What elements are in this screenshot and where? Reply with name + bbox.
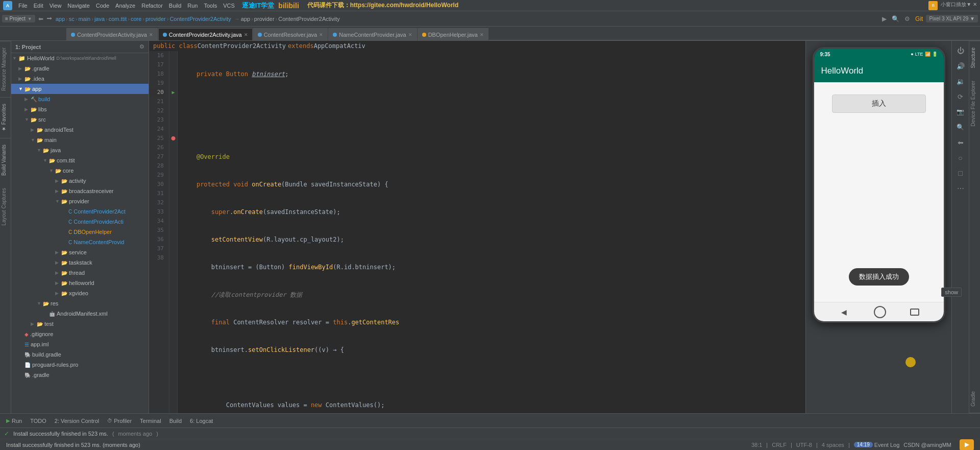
tree-item-src[interactable]: ▼ 📂 src [11,114,149,125]
toolbar-icon[interactable]: Git [913,14,925,23]
tree-item-gradle-root[interactable]: 🐘 .gradle [11,370,149,380]
menu-analyze[interactable]: Analyze [112,3,138,9]
volume-up-icon[interactable]: 🔊 [954,59,967,73]
tree-item-buildgradle[interactable]: 🐘 build.gradle [11,349,149,360]
profiler-button[interactable]: ⏱ Profiler [105,417,134,425]
tree-item[interactable]: ▶ 🔨 build [11,94,149,104]
build-button[interactable]: Build [167,417,184,425]
menu-run[interactable]: Run [184,3,201,9]
power-icon[interactable]: ⏻ [954,44,967,57]
project-selector[interactable]: ≡ Project ▼ [2,15,35,22]
tree-item-contentprovider2act[interactable]: C ContentProvider2Act [11,206,149,217]
screenshot-icon[interactable]: 📷 [954,105,967,119]
phone-back-btn[interactable]: ◀ [838,306,850,318]
recents-icon[interactable]: □ [954,167,967,180]
code-lines: private Button btninsert; @Override prot… [178,51,805,413]
home-icon[interactable]: ○ [954,151,967,164]
phone-status-icons: ● LTE 📶 🔋 [911,52,937,57]
more-icon[interactable]: ⋯ [954,182,967,195]
tree-item-helloworld[interactable]: ▶ 📂 helloworld [11,278,149,288]
tree-item-taskstack[interactable]: ▶ 📂 taskstack [11,257,149,268]
gradle-tab[interactable]: Gradle [969,385,980,413]
menu-build[interactable]: Build [166,3,184,9]
toolbar-row: ≡ Project ▼ ⬅ ⮕ app › sc › main › java ›… [0,11,980,27]
tree-item-core[interactable]: ▼ 📂 core [11,165,149,176]
tree-item-broadcast[interactable]: ▶ 📂 broadcastreceiver [11,186,149,196]
tree-item-appiml[interactable]: ☰ app.iml [11,339,149,349]
tab-contentprovider2-activity[interactable]: ContentProvider2Activity.java ✕ [158,28,253,40]
resource-manager-tab[interactable]: Resource Manager [0,41,11,97]
tree-item-main[interactable]: ▼ 📂 main [11,135,149,145]
menu-tools[interactable]: Tools [201,3,220,9]
tree-item-namecontentprovid[interactable]: C NameContentProvid [11,237,149,247]
tree-item[interactable]: ▶ 📂 .idea [11,74,149,84]
tree-item-service[interactable]: ▶ 📂 service [11,247,149,257]
right-tool-icons: ⏻ 🔊 🔉 ⟳ 📷 🔍 ⬅ ○ □ ⋯ show [951,41,969,413]
phone-recents-btn[interactable] [910,309,919,316]
tree-item-xgvideo[interactable]: ▶ 📂 xgvideo [11,288,149,298]
phone-app-bar: HelloWorld [814,60,944,82]
bilibili-video-icon[interactable]: ▶ [960,439,974,451]
tree-item[interactable]: ▶ 📂 androidTest [11,125,149,135]
toolbar-icon[interactable]: ⚙ [902,14,912,23]
run-button[interactable]: ▶ Run [4,417,24,425]
tree-item-dbopenhelper[interactable]: C DBOpenHelper [11,227,149,237]
phone-body: 插入 数据插入成功 [814,82,944,302]
event-log-button[interactable]: 14:19 Event Log [854,442,900,448]
menu-edit[interactable]: Edit [31,3,46,9]
terminal-button[interactable]: Terminal [138,417,163,425]
mouse-cursor [905,357,916,367]
menu-code[interactable]: Code [93,3,112,9]
show-panel-button[interactable]: show [941,288,962,297]
tab-namecontentprovider[interactable]: NameContentProvider.java ✕ [328,28,416,40]
favorites-tab[interactable]: ★ Favorites [0,97,11,138]
tree-item-app[interactable]: ▼ 📂 app [11,84,149,94]
nav-icon[interactable]: ⬅ [37,14,44,23]
tab-contentprovider-activity[interactable]: ContentProviderActivity.java ✕ [66,28,158,40]
tree-item-proguard[interactable]: 📄 proguard-rules.pro [11,360,149,370]
tree-item-gitignore[interactable]: ◆ .gitignore [11,329,149,339]
menu-view[interactable]: View [46,3,65,9]
tree-item-java[interactable]: ▼ 📂 java [11,145,149,155]
volume-down-icon[interactable]: 🔉 [954,75,967,88]
tree-item-provider[interactable]: ▼ 📂 provider [11,196,149,206]
tree-item-androidmanifest[interactable]: 🤖 AndroidManifest.xml [11,309,149,319]
version-control-button[interactable]: 2: Version Control [53,417,101,425]
logcat-button[interactable]: 6: Logcat [188,417,215,425]
tree-item-res[interactable]: ▼ 📂 res [11,298,149,309]
menu-file[interactable]: File [15,3,31,9]
phone-insert-button[interactable]: 插入 [832,94,926,113]
tab-dbopenhelper[interactable]: DBOpenHelper.java ✕ [418,28,488,40]
toolbar-icon[interactable]: ▶ [880,14,889,23]
tree-item-activity[interactable]: ▶ 📂 activity [11,176,149,186]
tree-item-test[interactable]: ▶ 📂 test [11,319,149,329]
back-icon[interactable]: ⬅ [954,136,967,149]
zoom-icon[interactable]: 🔍 [954,121,967,134]
nav-icon[interactable]: ⮕ [45,14,54,23]
tree-item-thread[interactable]: ▶ 📂 thread [11,268,149,278]
structure-tab[interactable]: Structure [969,41,980,75]
todo-button[interactable]: TODO [28,417,48,425]
menu-navigate[interactable]: Navigate [64,3,92,9]
tree-item-comttit[interactable]: ▼ 📂 com.ttit [11,155,149,165]
top-menu-bar: A File Edit View Navigate Code Analyze R… [0,0,980,11]
project-panel: 1: Project ⚙ ▼ 📁 HelloWorld D:\workspace… [11,41,149,413]
tree-item[interactable]: ▶ 📂 .gradle [11,63,149,74]
tree-item[interactable]: ▼ 📁 HelloWorld D:\workspace\ttit\android… [11,53,149,63]
phone-home-btn[interactable] [874,306,886,318]
tree-item[interactable]: ▶ 📂 libs [11,104,149,114]
tree-item-contentprovideract[interactable]: C ContentProviderActi [11,217,149,227]
code-editor: public class ContentProvider2Activity ex… [149,41,805,413]
device-selector[interactable]: Pixel 3 XL API 29 ▼ [926,15,978,22]
code-area[interactable]: 16 17 18 19 20 21 22 23 24 25 26 27 28 2… [149,51,805,413]
tab-contentresolver[interactable]: ContentResolver.java ✕ [253,28,328,40]
rotate-icon[interactable]: ⟳ [954,90,967,103]
build-variants-tab[interactable]: Build Variants [0,138,11,182]
layout-captures-tab[interactable]: Layout Captures [0,182,11,231]
project-panel-settings[interactable]: ⚙ [139,43,144,50]
toolbar-icon[interactable]: 🔍 [890,14,901,23]
menu-refactor[interactable]: Refactor [138,3,166,9]
menu-vcs[interactable]: VCS [220,3,238,9]
device-file-explorer-tab[interactable]: Device File Explorer [969,75,980,132]
tab-bar: ContentProviderActivity.java ✕ ContentPr… [0,27,980,41]
